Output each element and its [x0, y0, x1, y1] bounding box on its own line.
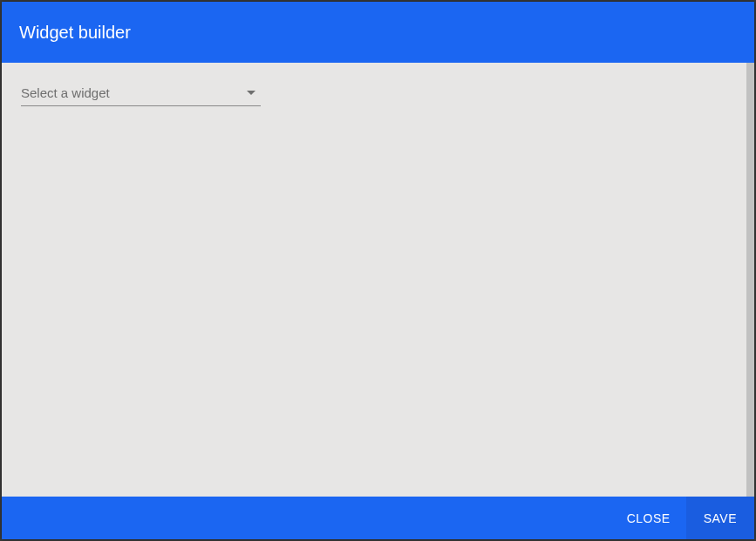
scrollbar[interactable] [746, 63, 754, 497]
dialog-title: Widget builder [19, 23, 131, 43]
dialog-content: Select a widget [2, 63, 754, 497]
dialog-header: Widget builder [2, 2, 754, 63]
save-button[interactable]: SAVE [686, 497, 754, 539]
widget-builder-dialog: Widget builder Select a widget CLOSE SAV… [2, 2, 754, 539]
widget-select[interactable]: Select a widget [21, 80, 261, 106]
chevron-down-icon [247, 91, 255, 95]
close-button[interactable]: CLOSE [611, 497, 686, 539]
widget-select-placeholder: Select a widget [21, 85, 247, 100]
dialog-footer: CLOSE SAVE [2, 497, 754, 539]
